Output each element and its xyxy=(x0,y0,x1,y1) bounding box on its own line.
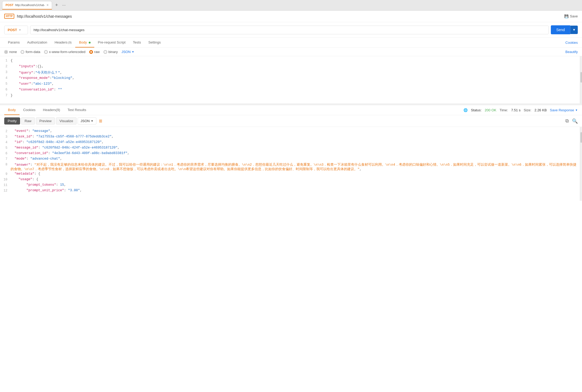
main-content: HTTP http://localhost/v1/chat-messages 💾… xyxy=(0,11,582,392)
tab-tests[interactable]: Tests xyxy=(129,38,144,47)
resp-line-9: 9 "metadata": { xyxy=(0,172,582,177)
body-type-none[interactable]: none xyxy=(4,50,17,54)
top-bar: HTTP http://localhost/v1/chat-messages 💾… xyxy=(0,11,582,22)
send-button[interactable]: Send xyxy=(551,25,570,34)
top-bar-left: HTTP http://localhost/v1/chat-messages xyxy=(4,14,72,19)
response-meta: 🌐 Status: 200 OK Time: 7.51 s Size: 2.26… xyxy=(463,108,578,112)
body-type-formdata[interactable]: form-data xyxy=(21,50,40,54)
save-response-chevron-icon: ▼ xyxy=(575,109,578,112)
url-input[interactable] xyxy=(30,26,549,34)
resp-line-6: 6 "conversation_id": "4e3eef3d-6d43-409f… xyxy=(0,151,582,157)
resp-line-12: 12 "prompt_unit_price": "3.00", xyxy=(0,188,582,194)
resp-tab-cookies[interactable]: Cookies xyxy=(20,105,39,115)
editor-scrollbar[interactable] xyxy=(580,56,582,103)
resp-line-5: 5 "message_id": "c626f8d2-048c-424f-a52e… xyxy=(0,146,582,151)
response-section: Body Cookies Headers(9) Test Results 🌐 S… xyxy=(0,104,582,201)
code-line-5: 5 "user":"abc-123", xyxy=(0,82,582,87)
tab-prerequest[interactable]: Pre-request Script xyxy=(94,38,129,47)
resp-line-10: 10 "usage": { xyxy=(0,177,582,183)
globe-icon: 🌐 xyxy=(463,108,468,112)
save-icon: 💾 xyxy=(564,14,569,18)
size-label: Size: xyxy=(524,108,531,112)
radio-urlencoded xyxy=(44,50,48,54)
search-response-button[interactable]: 🔍 xyxy=(572,118,578,124)
send-button-wrapper: Send ▼ xyxy=(551,25,578,34)
tab-settings[interactable]: Settings xyxy=(145,38,165,47)
filter-icon[interactable]: ≡ xyxy=(99,118,102,125)
resp-line-3: 3 "task_id": "7a17553a-cb5f-4560-b777-87… xyxy=(0,135,582,140)
new-tab-button[interactable]: + xyxy=(53,2,60,9)
time-value: 7.51 s xyxy=(511,108,520,112)
response-tabs-bar: Body Cookies Headers(9) Test Results 🌐 S… xyxy=(0,105,582,115)
tab-headers[interactable]: Headers(9) xyxy=(51,38,76,47)
tabs-nav-left: Params Authorization Headers(9) Body Pre… xyxy=(4,38,165,47)
request-title: http://localhost/v1/chat-messages xyxy=(17,14,72,18)
beautify-button[interactable]: Beautify xyxy=(565,50,578,54)
save-response-button[interactable]: Save Response ▼ xyxy=(550,108,578,112)
http-badge: HTTP xyxy=(4,14,14,19)
code-line-6: 6 "conversation_id": "" xyxy=(0,87,582,93)
body-type-raw[interactable]: raw xyxy=(89,50,100,54)
tab-params[interactable]: Params xyxy=(4,38,24,47)
body-type-bar: none form-data x-www-form-urlencoded raw… xyxy=(0,48,582,56)
json-chevron-icon: ▼ xyxy=(132,50,134,53)
status-label: Status: xyxy=(471,108,481,112)
active-tab[interactable]: POST http://localhost/v1/chat- × xyxy=(2,1,52,9)
format-pretty-button[interactable]: Pretty xyxy=(4,117,20,125)
tab-authorization[interactable]: Authorization xyxy=(24,38,51,47)
send-dropdown-button[interactable]: ▼ xyxy=(570,26,578,34)
method-chevron-icon: ▼ xyxy=(18,28,21,31)
method-select[interactable]: POST ▼ xyxy=(4,26,28,34)
body-type-binary[interactable]: binary xyxy=(104,50,118,54)
response-scrollbar[interactable] xyxy=(580,127,582,201)
body-type-urlencoded[interactable]: x-www-form-urlencoded xyxy=(44,50,86,54)
code-line-2: 2 "inputs":{}, xyxy=(0,64,582,70)
response-right-icons: ⧉ 🔍 xyxy=(565,118,578,124)
radio-raw xyxy=(89,50,93,54)
resp-line-7: 7 "mode": "advanced-chat", xyxy=(0,157,582,162)
radio-none xyxy=(4,50,8,54)
radio-binary xyxy=(104,50,107,54)
resp-line-11: 11 "prompt_tokens": 15, xyxy=(0,183,582,188)
resp-line-8: 8 "answer": "对不起，我没有足够的信息来给你具体的建议。不过，我可以… xyxy=(0,162,582,172)
body-active-dot xyxy=(89,42,91,44)
response-code-area: 2 "event": "message", 3 "task_id": "7a17… xyxy=(0,127,582,201)
response-format-left: Pretty Raw Preview Visualize JSON ▼ ≡ xyxy=(4,117,102,125)
save-button[interactable]: 💾 Save xyxy=(564,14,578,18)
body-type-options: none form-data x-www-form-urlencoded raw… xyxy=(4,50,134,54)
resp-line-2: 2 "event": "message", xyxy=(0,129,582,135)
editor-scroll-thumb xyxy=(580,72,582,83)
request-tabs-nav: Params Authorization Headers(9) Body Pre… xyxy=(0,38,582,48)
code-line-1: 1 { xyxy=(0,58,582,64)
response-tabs-left: Body Cookies Headers(9) Test Results xyxy=(4,105,90,115)
resp-tab-test-results[interactable]: Test Results xyxy=(64,105,90,115)
tab-body[interactable]: Body xyxy=(75,38,94,47)
code-line-4: 4 "response_mode":"blocking", xyxy=(0,76,582,82)
resp-tab-body[interactable]: Body xyxy=(4,105,20,115)
more-tabs-button[interactable]: ··· xyxy=(61,2,67,9)
cookies-link[interactable]: Cookies xyxy=(565,41,578,45)
tab-bar: POST http://localhost/v1/chat- × + ··· xyxy=(0,0,582,11)
response-format-bar: Pretty Raw Preview Visualize JSON ▼ ≡ ⧉ … xyxy=(0,115,582,127)
tab-close-icon[interactable]: × xyxy=(46,3,49,7)
time-label: Time: xyxy=(500,108,508,112)
tab-method: POST xyxy=(6,3,13,7)
code-line-3: 3 "query":"今天吃什么？", xyxy=(0,70,582,76)
resp-json-chevron-icon: ▼ xyxy=(91,119,93,122)
resp-line-4: 4 "id": "c626f8d2-048c-424f-a52e-e469531… xyxy=(0,140,582,146)
format-visualize-button[interactable]: Visualize xyxy=(56,117,77,125)
code-line-7: 7 } xyxy=(0,93,582,99)
request-body-editor[interactable]: 1 { 2 "inputs":{}, 3 "query":"今天吃什么？", 4… xyxy=(0,56,582,104)
format-preview-button[interactable]: Preview xyxy=(36,117,55,125)
json-type-dropdown[interactable]: JSON ▼ xyxy=(121,50,134,54)
size-value: 2.26 KB xyxy=(534,108,547,112)
response-json-dropdown[interactable]: JSON ▼ xyxy=(78,117,96,125)
response-scroll-thumb xyxy=(580,132,582,143)
status-value: 200 OK xyxy=(485,108,496,112)
format-raw-button[interactable]: Raw xyxy=(21,117,35,125)
request-bar: POST ▼ Send ▼ xyxy=(0,22,582,38)
radio-formdata xyxy=(21,50,24,54)
resp-tab-headers[interactable]: Headers(9) xyxy=(39,105,64,115)
tab-url: http://localhost/v1/chat- xyxy=(15,3,45,7)
copy-response-button[interactable]: ⧉ xyxy=(565,118,569,124)
